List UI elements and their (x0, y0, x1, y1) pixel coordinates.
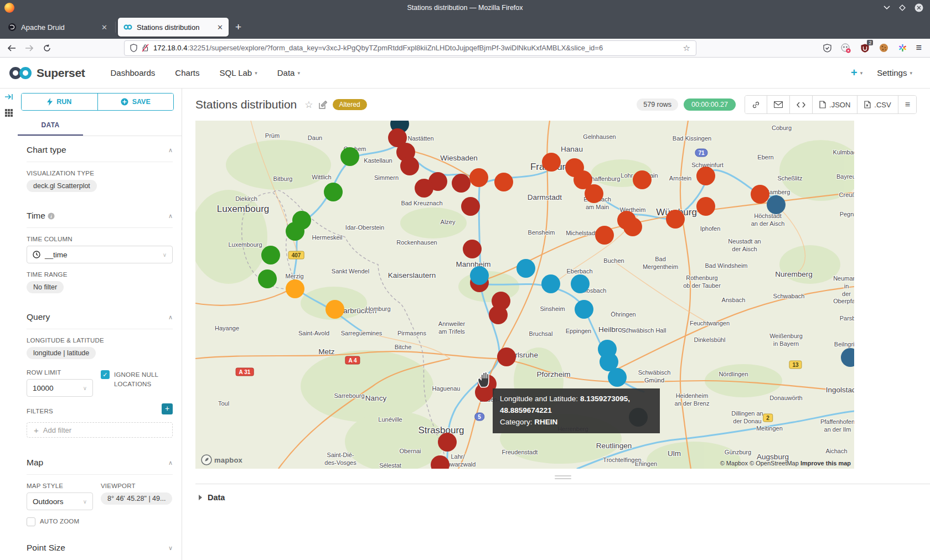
close-icon[interactable] (914, 3, 923, 12)
scatter-point-rhein[interactable] (497, 348, 516, 366)
tab-data[interactable]: DATA (18, 116, 83, 136)
settings-menu[interactable]: Settings▾ (877, 68, 912, 77)
add-filter-dropzone[interactable]: + Add filter (27, 422, 173, 438)
scatter-point-neckar[interactable] (516, 259, 535, 278)
section-map[interactable]: Map∧ (27, 449, 173, 475)
back-button[interactable] (4, 41, 19, 55)
scatter-point-rhein[interactable] (452, 174, 471, 193)
maximize-icon[interactable] (899, 4, 906, 11)
save-button[interactable]: SAVE (98, 94, 174, 110)
tab-stations-distribution[interactable]: Stations distribution ✕ (118, 18, 229, 37)
row-limit-select[interactable]: 10000 ∨ (27, 379, 93, 397)
scatter-point-mosel[interactable] (261, 246, 280, 265)
scatter-point-donau[interactable] (841, 348, 854, 367)
scatter-point-rhein[interactable] (415, 179, 433, 198)
nav-data[interactable]: Data▾ (267, 68, 310, 77)
section-chart-type[interactable]: Chart type∧ (27, 136, 173, 162)
section-time[interactable]: Time i ∧ (27, 202, 173, 228)
tracking-shield-icon[interactable] (130, 44, 137, 52)
nav-sql-lab[interactable]: SQL Lab▾ (210, 68, 267, 77)
scatter-point-rhein[interactable] (461, 197, 480, 216)
tab-apache-druid[interactable]: Apache Druid ✕ (2, 18, 113, 37)
scatter-point-saar[interactable] (286, 279, 304, 298)
auto-zoom-checkbox[interactable] (27, 517, 35, 526)
map-attribution[interactable]: © Mapbox © OpenStreetMap Improve this ma… (720, 460, 851, 466)
scatter-point-main[interactable] (469, 168, 488, 187)
viz-type-value[interactable]: deck.gl Scatterplot (27, 180, 97, 192)
scatter-point-mosel[interactable] (286, 222, 304, 241)
run-button[interactable]: RUN (22, 94, 98, 110)
scatter-point-main[interactable] (633, 170, 652, 189)
control-panel: RUN SAVE DATA Chart type∧ VISUALIZATION … (18, 89, 182, 560)
scatter-point-donau[interactable] (767, 195, 786, 214)
tab-close-icon[interactable]: ✕ (101, 23, 107, 32)
forward-button[interactable] (22, 41, 37, 55)
pocket-shield-icon[interactable] (822, 43, 833, 54)
export-json-button[interactable]: .JSON (813, 96, 857, 113)
ublock-icon[interactable]: 2 (859, 43, 870, 54)
panel-resize-handle[interactable] (555, 475, 571, 479)
section-point-size[interactable]: Point Size∨ (27, 534, 173, 559)
scatter-point-main[interactable] (623, 217, 642, 236)
insecure-lock-icon[interactable] (142, 44, 149, 52)
chart-menu-button[interactable]: ≡ (898, 96, 916, 113)
scatter-point-main[interactable] (542, 153, 561, 172)
scatter-point-rhein[interactable] (438, 433, 457, 452)
ignore-null-checkbox[interactable]: ✓ (101, 370, 110, 379)
viewport-value[interactable]: 8° 46' 45.28" | 49... (101, 492, 172, 505)
lonlat-label: LONGITUDE & LATITUDE (27, 337, 173, 344)
scatter-point-saar[interactable] (326, 300, 344, 319)
scatter-point-rhein[interactable] (400, 157, 419, 175)
minimize-icon[interactable] (884, 6, 890, 10)
url-bar[interactable]: 172.18.0.4:32251/superset/explore/?form_… (124, 40, 696, 56)
scatter-point-main[interactable] (666, 210, 685, 229)
section-query[interactable]: Query∧ (27, 303, 173, 329)
export-csv-button[interactable]: .CSV (857, 96, 898, 113)
scatter-point-rhein[interactable] (489, 305, 508, 324)
scatter-point-main[interactable] (696, 197, 715, 216)
add-new-button[interactable]: +▾ (851, 66, 862, 79)
altered-badge[interactable]: Altered (333, 99, 367, 110)
superset-logo[interactable]: Superset (9, 66, 85, 80)
map-canvas[interactable]: PrümDaunCochemKastellaunNastättenWiesbad… (195, 121, 854, 469)
scatter-point-neckar[interactable] (541, 274, 560, 293)
add-filter-plus-button[interactable]: + (162, 403, 173, 414)
data-panel-toggle[interactable]: Data (199, 493, 930, 502)
scatter-point-mosel[interactable] (324, 183, 343, 201)
bookmark-star-icon[interactable]: ☆ (683, 43, 690, 53)
nav-charts[interactable]: Charts (165, 68, 209, 77)
reload-button[interactable] (40, 41, 54, 55)
mapbox-logo[interactable]: mapbox (201, 454, 242, 465)
mask-extension-icon[interactable] (840, 43, 851, 54)
embed-code-button[interactable] (790, 96, 813, 113)
menu-icon[interactable]: ≡ (916, 42, 921, 54)
tab-close-icon[interactable]: ✕ (217, 23, 223, 32)
dataset-grid-icon[interactable] (4, 108, 13, 117)
pinwheel-extension-icon[interactable] (897, 43, 908, 54)
scatter-point-neckar[interactable] (575, 300, 593, 319)
time-column-select[interactable]: __time ∨ (27, 246, 173, 263)
scatter-point-main[interactable] (751, 185, 769, 204)
favorite-star-icon[interactable]: ☆ (304, 99, 313, 111)
copy-link-button[interactable] (745, 96, 767, 113)
scatter-point-main[interactable] (696, 167, 715, 185)
email-button[interactable] (767, 96, 790, 113)
scatter-point-mosel[interactable] (340, 147, 359, 166)
scatter-point-neckar[interactable] (470, 266, 489, 285)
scatter-point-main[interactable] (595, 226, 614, 245)
time-range-value[interactable]: No filter (27, 281, 64, 293)
new-tab-button[interactable]: + (229, 21, 248, 33)
lonlat-value[interactable]: longitude | latitude (27, 347, 96, 359)
scatter-point-neckar[interactable] (571, 274, 590, 293)
scatter-point-main[interactable] (585, 184, 603, 203)
edit-properties-icon[interactable] (319, 101, 327, 109)
expand-panel-icon[interactable] (4, 93, 13, 101)
scatter-point-main[interactable] (494, 173, 513, 191)
scatter-point-rhein[interactable] (463, 240, 482, 258)
scatter-point-mosel[interactable] (258, 269, 277, 288)
window-title: Stations distribution — Mozilla Firefox (0, 4, 930, 12)
nav-dashboards[interactable]: Dashboards (100, 68, 165, 77)
map-style-select[interactable]: Outdoors ∨ (27, 492, 93, 510)
cookie-icon[interactable] (878, 43, 889, 54)
scatter-point-neckar[interactable] (608, 368, 627, 387)
